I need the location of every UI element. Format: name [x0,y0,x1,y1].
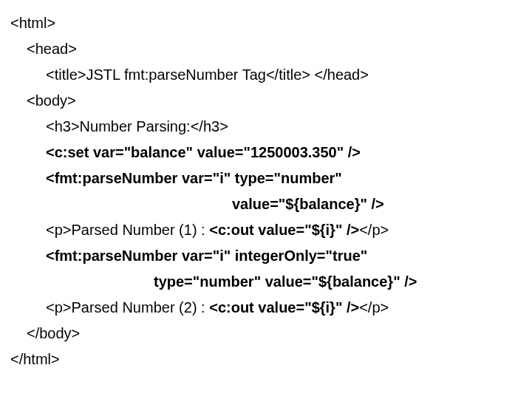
tag-title-close: </title> </head> [266,66,369,83]
tag-title-open: <title> [46,66,86,83]
title-text: JSTL fmt:parseNumber Tag [86,66,265,83]
tag-head-open: <head> [27,41,77,57]
cout-1: <c:out value="${i}" /> [209,222,359,238]
tag-h3-close: </h3> [191,118,228,134]
cset-tag: <c:set var="balance" value="1250003.350"… [46,144,361,160]
fmtparse-open-2: <fmt:parseNumber var="i" integerOnly="tr… [46,248,367,264]
cout-2: <c:out value="${i}" /> [209,299,359,316]
h3-text: Number Parsing: [80,118,191,134]
code-listing: <html> <head> <title>JSTL fmt:parseNumbe… [0,0,532,383]
code-line: <title>JSTL fmt:parseNumber Tag</title> … [10,62,522,88]
fmtparse-cont-1: value="${balance}" /> [232,196,384,212]
code-line: <html> [10,10,522,36]
tag-body-close: </body> [27,325,80,341]
code-line: <fmt:parseNumber var="i" integerOnly="tr… [10,243,522,269]
code-line: <h3>Number Parsing:</h3> [10,114,522,140]
tag-h3-open: <h3> [46,118,80,134]
code-line: </body> [10,321,522,347]
tag-html-close: </html> [10,351,60,367]
code-line: <fmt:parseNumber var="i" type="number" [10,166,522,191]
code-line: <head> [10,36,522,62]
fmtparse-open-1: <fmt:parseNumber var="i" type="number" [46,170,342,186]
tag-p-close: </p> [359,222,389,238]
tag-body-open: <body> [27,92,76,109]
code-line: <c:set var="balance" value="1250003.350"… [10,140,522,166]
tag-html-open: <html> [10,15,55,31]
tag-p-close: </p> [359,299,389,316]
parsed-label-1: Parsed Number (1) : [71,222,209,238]
code-line: value="${balance}" /> [10,191,522,217]
tag-p-open: <p> [46,222,71,238]
code-line: <p>Parsed Number (2) : <c:out value="${i… [10,295,522,321]
code-line: <body> [10,88,522,114]
code-line: type="number" value="${balance}" /> [10,269,522,295]
code-line: </html> [10,347,522,372]
tag-p-open: <p> [46,299,71,316]
parsed-label-2: Parsed Number (2) : [71,299,209,316]
code-line: <p>Parsed Number (1) : <c:out value="${i… [10,217,522,243]
fmtparse-cont-2: type="number" value="${balance}" /> [154,273,417,290]
